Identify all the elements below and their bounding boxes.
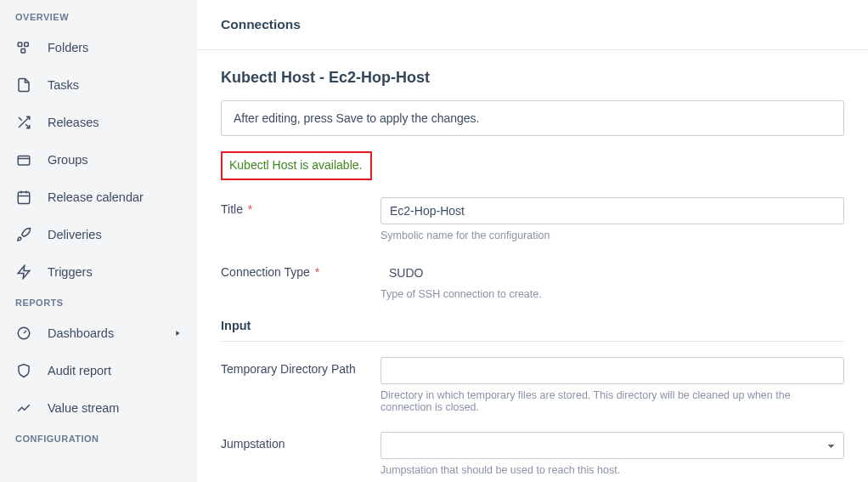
sidebar-item-groups[interactable]: Groups <box>0 141 197 179</box>
svg-rect-6 <box>18 156 30 166</box>
shield-icon <box>15 362 32 379</box>
sidebar-item-releases[interactable]: Releases <box>0 104 197 141</box>
sidebar-item-label: Release calendar <box>48 190 144 204</box>
field-label: Temporary Directory Path <box>221 362 356 376</box>
field-label: Jumpstation <box>221 437 285 451</box>
sidebar-section-configuration: CONFIGURATION <box>0 427 197 451</box>
sidebar-item-audit-report[interactable]: Audit report <box>0 352 197 389</box>
svg-marker-15 <box>176 331 179 336</box>
svg-rect-8 <box>18 192 30 204</box>
svg-line-5 <box>19 117 22 121</box>
required-mark: * <box>248 202 252 216</box>
sidebar-item-label: Groups <box>48 153 88 167</box>
sidebar-item-label: Deliveries <box>48 228 102 241</box>
sidebar-item-label: Folders <box>48 41 88 54</box>
sidebar-item-label: Tasks <box>48 78 79 92</box>
document-icon <box>15 77 32 94</box>
sidebar-item-release-calendar[interactable]: Release calendar <box>0 179 197 216</box>
chevron-right-icon <box>173 329 182 337</box>
field-label: Title <box>221 202 243 216</box>
sidebar-item-value-stream[interactable]: Value stream <box>0 389 197 427</box>
gauge-icon <box>15 325 32 342</box>
sidebar-item-dashboards[interactable]: Dashboards <box>0 315 197 352</box>
page-title: Connections <box>197 0 868 50</box>
sidebar-item-label: Triggers <box>48 265 93 279</box>
trend-icon <box>15 400 32 417</box>
sidebar-item-label: Releases <box>48 116 99 129</box>
edit-notice: After editing, press Save to apply the c… <box>221 100 844 136</box>
rocket-icon <box>15 226 32 243</box>
sidebar-item-deliveries[interactable]: Deliveries <box>0 216 197 253</box>
svg-rect-1 <box>25 43 29 47</box>
sidebar-item-tasks[interactable]: Tasks <box>0 66 197 104</box>
sidebar-item-triggers[interactable]: Triggers <box>0 253 197 291</box>
field-help: Symbolic name for the configuration <box>380 230 844 241</box>
field-title: Title * Symbolic name for the configurat… <box>221 197 844 241</box>
sidebar-item-folders[interactable]: Folders <box>0 29 197 66</box>
input-section-heading: Input <box>221 319 844 342</box>
svg-rect-0 <box>18 43 22 47</box>
title-input[interactable] <box>380 197 844 224</box>
field-help: Type of SSH connection to create. <box>380 288 844 300</box>
sidebar-section-overview: OVERVIEW <box>0 5 197 29</box>
field-help: Directory in which temporary files are s… <box>380 389 844 413</box>
status-highlight: Kubectl Host is available. <box>221 151 372 180</box>
sidebar-item-label: Dashboards <box>48 326 114 340</box>
shuffle-icon <box>15 114 32 131</box>
lightning-icon <box>15 264 32 281</box>
connection-type-value: SUDO <box>380 260 844 283</box>
svg-rect-2 <box>21 49 25 54</box>
calendar-icon <box>15 189 32 206</box>
temp-dir-input[interactable] <box>380 357 844 384</box>
sidebar-item-label: Audit report <box>48 364 111 377</box>
field-temp-dir: Temporary Directory Path Directory in wh… <box>221 357 844 413</box>
page-subtitle: Kubectl Host - Ec2-Hop-Host <box>221 69 844 87</box>
svg-line-14 <box>24 331 26 333</box>
sidebar-item-label: Value stream <box>48 401 119 415</box>
status-message: Kubectl Host is available. <box>229 158 362 172</box>
field-label: Connection Type <box>221 265 310 279</box>
folders-icon <box>15 39 32 56</box>
main-content: Connections Kubectl Host - Ec2-Hop-Host … <box>197 0 868 482</box>
jumpstation-select[interactable] <box>380 432 844 459</box>
sidebar-section-reports: REPORTS <box>0 291 197 315</box>
sidebar: OVERVIEW Folders Tasks Releases Groups R… <box>0 0 197 482</box>
field-connection-type: Connection Type * SUDO Type of SSH conne… <box>221 260 844 300</box>
field-jumpstation: Jumpstation Jumpstation that should be u… <box>221 432 844 476</box>
required-mark: * <box>315 265 319 279</box>
box-icon <box>15 151 32 168</box>
svg-marker-12 <box>18 266 30 279</box>
field-help: Jumpstation that should be used to reach… <box>380 464 844 476</box>
